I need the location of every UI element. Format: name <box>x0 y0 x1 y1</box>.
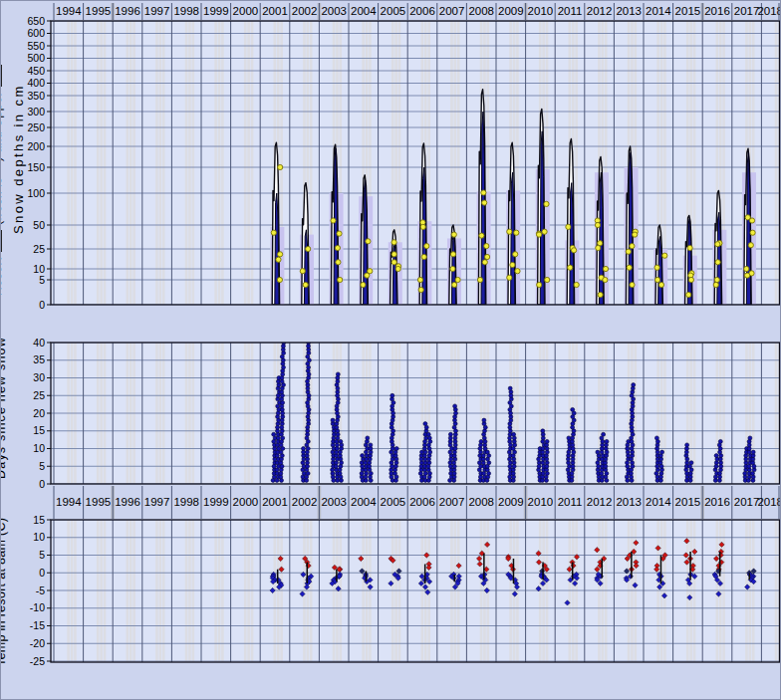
svg-text:2013: 2013 <box>616 5 642 17</box>
fresh-snow-dot <box>361 282 366 287</box>
fresh-snow-dot <box>417 277 422 282</box>
svg-text:25: 25 <box>33 243 45 255</box>
fresh-snow-dot <box>687 245 692 250</box>
fresh-snow-dot <box>749 218 754 223</box>
svg-text:250: 250 <box>27 121 45 133</box>
svg-text:150: 150 <box>27 161 45 173</box>
fresh-snow-dot <box>477 277 482 282</box>
svg-text:1997: 1997 <box>144 5 170 17</box>
fresh-label-pre: (fresh is <box>0 177 4 225</box>
fresh-snow-dot <box>537 232 542 237</box>
days-since-snow-dot <box>390 464 394 468</box>
fresh-snow-dot <box>572 248 577 253</box>
days-since-snow-dot <box>428 450 432 454</box>
svg-text:2011: 2011 <box>558 5 583 17</box>
svg-text:350: 350 <box>27 90 45 102</box>
fresh-snow-dot <box>630 244 635 249</box>
fresh-snow-dot <box>626 249 631 254</box>
fresh-snow-dot <box>337 231 342 236</box>
fresh-snow-dot <box>306 246 311 251</box>
days-since-snow-dot <box>272 432 276 436</box>
svg-text:1995: 1995 <box>86 496 112 508</box>
fresh-snow-dot <box>365 273 370 278</box>
fresh-snow-dot <box>331 218 336 223</box>
fresh-snow-dot <box>507 275 512 280</box>
svg-text:2011: 2011 <box>558 496 583 508</box>
svg-text:2016: 2016 <box>704 496 730 508</box>
svg-text:5: 5 <box>39 460 45 472</box>
svg-text:2005: 2005 <box>381 496 406 508</box>
fresh-snow-dot <box>303 282 308 287</box>
svg-text:1999: 1999 <box>203 5 229 17</box>
fresh-snow-dot <box>335 245 340 250</box>
days-since-snow-dot <box>340 461 344 465</box>
chart-canvas: 1994199519961997199819992000200120022003… <box>1 1 781 700</box>
fresh-snow-dot <box>748 243 753 248</box>
fresh-snow-dot <box>658 282 663 287</box>
fresh-snow-dot <box>714 277 719 282</box>
svg-text:1996: 1996 <box>115 496 140 508</box>
days-since-snow-dot <box>748 436 752 440</box>
svg-text:1999: 1999 <box>203 496 229 508</box>
days-since-snow-dot <box>654 436 658 440</box>
days-since-snow-dot <box>545 439 549 443</box>
svg-text:2003: 2003 <box>321 5 347 17</box>
days-since-snow-dot <box>453 404 457 408</box>
svg-text:2007: 2007 <box>439 5 465 17</box>
days-since-snow-dot <box>632 383 636 387</box>
fresh-snow-dot <box>366 239 371 244</box>
svg-text:2001: 2001 <box>262 5 288 17</box>
fresh-snow-dot <box>278 252 283 257</box>
fresh-snow-dot <box>627 265 632 270</box>
days-since-snow-dot <box>280 393 284 397</box>
svg-text:2012: 2012 <box>587 5 613 17</box>
svg-text:2008: 2008 <box>468 496 494 508</box>
fresh-snow-dot <box>482 260 487 265</box>
days-since-snow-dot <box>509 390 513 394</box>
days-since-snow-dot <box>630 393 634 397</box>
fresh-snow-dot <box>713 282 718 287</box>
svg-text:100: 100 <box>27 187 45 199</box>
svg-text:1996: 1996 <box>115 5 140 17</box>
fresh-snow-dot <box>655 277 660 282</box>
fresh-snow-dot <box>686 292 691 297</box>
fresh-snow-dot <box>485 254 490 259</box>
fresh-snow-dot <box>542 229 547 234</box>
svg-text:20: 20 <box>33 407 45 419</box>
fresh-snow-dot <box>338 277 343 282</box>
temp-axis-label: Temp in resort at 8am (C) <box>0 518 9 666</box>
fresh-snow-dot <box>568 265 573 270</box>
svg-text:400: 400 <box>27 77 45 89</box>
days-since-snow-dot <box>545 471 549 475</box>
svg-text:2012: 2012 <box>587 496 613 508</box>
fresh-snow-dot <box>450 266 455 271</box>
svg-text:2005: 2005 <box>381 5 406 17</box>
days-since-snow-dot <box>512 432 516 436</box>
svg-text:10: 10 <box>33 263 45 275</box>
fresh-snow-dot <box>278 164 283 169</box>
days-since-snow-dot <box>369 443 373 447</box>
fresh-snow-dot <box>544 201 549 206</box>
fresh-snow-dot <box>715 260 720 265</box>
fresh-snow-dot <box>420 224 425 229</box>
svg-text:15: 15 <box>33 424 45 436</box>
svg-text:2007: 2007 <box>439 496 465 508</box>
fresh-snow-dot <box>513 252 518 257</box>
svg-text:35: 35 <box>33 353 45 365</box>
fresh-snow-dot <box>481 190 486 195</box>
svg-text:2014: 2014 <box>646 5 671 17</box>
resort-swatch <box>0 230 2 252</box>
fresh-snow-dot <box>277 277 282 282</box>
svg-text:650: 650 <box>27 15 45 27</box>
svg-text:2006: 2006 <box>409 5 435 17</box>
days-since-snow-dot <box>361 454 365 458</box>
svg-text:2016: 2016 <box>704 5 730 17</box>
days-since-snow-dot <box>336 372 340 376</box>
fresh-snow-dot <box>300 269 305 274</box>
fresh-snow-dot <box>545 277 550 282</box>
fresh-snow-dot <box>662 253 667 258</box>
svg-text:2009: 2009 <box>498 5 524 17</box>
svg-text:1994: 1994 <box>56 5 82 17</box>
fresh-snow-dot <box>455 277 460 282</box>
days-since-snow-dot <box>482 436 486 440</box>
